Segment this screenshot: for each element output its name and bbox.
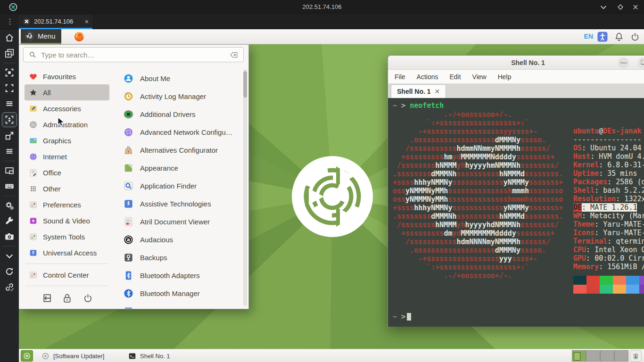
app-item-atril-document-viewer[interactable]: Atril Document Viewer bbox=[120, 213, 243, 230]
tools-button[interactable] bbox=[2, 214, 17, 228]
home-button[interactable] bbox=[2, 31, 17, 45]
center-window-button[interactable] bbox=[2, 66, 17, 80]
category-accessories[interactable]: Accessories bbox=[25, 100, 109, 116]
info-line: GPU: 00:02.0 Cirr bbox=[573, 254, 644, 263]
palette-swatch bbox=[600, 285, 613, 294]
app-item-backups[interactable]: Backups bbox=[120, 248, 243, 266]
workspace-4[interactable] bbox=[614, 350, 628, 362]
search-input[interactable]: Type to search… bbox=[23, 47, 244, 62]
terminal-tab[interactable]: Shell No. 1 ✕ bbox=[391, 84, 446, 98]
app-item-application-finder[interactable]: Application Finder bbox=[120, 177, 243, 195]
category-label: Sound & Video bbox=[43, 217, 90, 225]
clear-search-icon[interactable] bbox=[230, 50, 239, 59]
workspace-1[interactable] bbox=[572, 350, 586, 362]
other-icon bbox=[29, 184, 38, 193]
category-label: All bbox=[43, 89, 51, 97]
app-item-bluetooth-adapters[interactable]: Bluetooth Adapters bbox=[120, 266, 243, 284]
app-label: Alternatives Configurator bbox=[140, 146, 218, 154]
workspace-3[interactable] bbox=[600, 350, 614, 362]
app-item-audacious[interactable]: aAudacious bbox=[120, 230, 243, 248]
shutdown-button[interactable] bbox=[82, 292, 94, 304]
category-all[interactable]: All bbox=[25, 84, 109, 100]
app-item-appearance[interactable]: Appearance bbox=[120, 159, 243, 177]
category-preferences[interactable]: Preferences bbox=[25, 197, 109, 213]
terminal-menu-file[interactable]: File bbox=[395, 73, 405, 81]
collapse-button[interactable] bbox=[2, 249, 17, 263]
app-item-activity-log-manager[interactable]: Activity Log Manager bbox=[120, 87, 243, 105]
category-administration[interactable]: Administration bbox=[25, 116, 109, 132]
terminal-menu-help[interactable]: Help bbox=[498, 73, 512, 81]
minimize-chevron-icon[interactable] bbox=[598, 1, 609, 13]
terminal-titlebar[interactable]: Shell No. 1 — ❑ bbox=[388, 56, 644, 70]
taskbar-item-software-updater[interactable]: [Software Updater] bbox=[37, 350, 109, 362]
power-icon[interactable] bbox=[630, 32, 640, 42]
palette-swatch bbox=[613, 285, 626, 294]
logout-button[interactable] bbox=[40, 292, 52, 304]
terminal-menu-edit[interactable]: Edit bbox=[449, 73, 461, 81]
app-item-alternatives-configurator[interactable]: Alternatives Configurator bbox=[120, 141, 243, 159]
terminal-tab-close-icon[interactable]: ✕ bbox=[435, 88, 440, 95]
category-internet[interactable]: Internet bbox=[25, 148, 109, 165]
category-other[interactable]: Other bbox=[25, 181, 109, 197]
app-item-advanced-network-configu-[interactable]: Advanced Network Configu… bbox=[120, 123, 243, 141]
workspace-2[interactable] bbox=[586, 350, 600, 362]
terminal-output[interactable]: ~ > neofetch .-/+oossssoo+/-. `:+sssssss… bbox=[388, 98, 644, 327]
app-item-about-me[interactable]: About Me bbox=[120, 69, 243, 87]
category-graphics[interactable]: Graphics bbox=[25, 132, 109, 148]
accessibility-icon[interactable] bbox=[597, 31, 608, 42]
svg-text:a: a bbox=[127, 237, 130, 242]
remote-session-tab[interactable]: 202.51.74.106 × bbox=[19, 15, 92, 28]
restore-diamond-icon[interactable] bbox=[615, 1, 626, 13]
palette-swatch bbox=[586, 285, 600, 294]
app-item-bluetooth-manager[interactable]: Bluetooth Manager bbox=[120, 284, 243, 302]
category-favourites[interactable]: Favourites bbox=[25, 68, 109, 84]
tab-overflow-menu[interactable]: ⋮ bbox=[6, 16, 14, 28]
system-tools-icon bbox=[29, 232, 38, 241]
app-label: Audacious bbox=[140, 236, 173, 244]
category-office[interactable]: Office bbox=[25, 165, 109, 181]
session-tab-close-icon[interactable]: × bbox=[85, 18, 89, 25]
notifications-bell-icon[interactable] bbox=[614, 32, 624, 42]
fullscreen-button[interactable] bbox=[2, 81, 17, 95]
category-universal-access[interactable]: Universal Access bbox=[25, 245, 109, 261]
scrollbar-thumb[interactable] bbox=[243, 71, 247, 98]
info-line: DE: MATE 1.26.1 bbox=[573, 203, 644, 212]
lock-screen-button[interactable] bbox=[61, 292, 73, 304]
app-label: Appearance bbox=[140, 164, 178, 172]
refresh-button[interactable] bbox=[2, 264, 17, 279]
category-label: Favourites bbox=[43, 73, 76, 81]
language-indicator[interactable]: EN bbox=[584, 33, 593, 40]
app-item-partial[interactable] bbox=[120, 302, 243, 309]
terminal-menu-view[interactable]: View bbox=[472, 73, 487, 81]
new-connection-button[interactable] bbox=[2, 46, 17, 60]
app-item-additional-drivers[interactable]: Additional Drivers bbox=[120, 105, 243, 123]
app-list-scrollbar[interactable] bbox=[243, 69, 247, 306]
category-sound-video[interactable]: Sound & Video bbox=[25, 213, 109, 229]
close-icon[interactable] bbox=[630, 1, 641, 13]
mate-bottom-panel: [Software Updater] Shell No. 1 bbox=[19, 349, 644, 362]
panel-lines-button[interactable] bbox=[2, 97, 17, 111]
trash-icon[interactable] bbox=[630, 350, 642, 362]
taskbar-item-shell[interactable]: Shell No. 1 bbox=[124, 350, 175, 362]
disconnect-button[interactable] bbox=[2, 280, 17, 294]
firefox-icon[interactable] bbox=[74, 31, 85, 42]
category-system-tools[interactable]: System Tools bbox=[25, 229, 109, 245]
settings-button[interactable] bbox=[2, 198, 17, 213]
keyboard-button[interactable] bbox=[2, 179, 17, 193]
screenshot-button[interactable] bbox=[2, 230, 17, 244]
terminal-window: Shell No. 1 — ❑ FileActionsEditViewHelp … bbox=[388, 55, 644, 327]
app-item-assistive-technologies[interactable]: Assistive Technologies bbox=[120, 195, 243, 213]
menu-button[interactable]: Menu bbox=[21, 29, 61, 44]
terminal-title: Shell No. 1 bbox=[388, 56, 644, 70]
palette-swatch bbox=[639, 285, 644, 294]
workspace-switcher bbox=[572, 350, 628, 362]
scale-view-button[interactable] bbox=[2, 112, 17, 127]
terminal-menu-actions[interactable]: Actions bbox=[417, 73, 438, 81]
mate-logo bbox=[292, 156, 373, 237]
window-thumbnail-button[interactable] bbox=[2, 164, 17, 178]
control-center-item[interactable]: Control Center bbox=[25, 267, 109, 283]
minimize-button[interactable]: — bbox=[618, 58, 629, 68]
resize-window-button[interactable] bbox=[2, 129, 17, 143]
software-boutique-button[interactable] bbox=[21, 350, 33, 362]
panel-lines-2-button[interactable] bbox=[2, 144, 17, 158]
